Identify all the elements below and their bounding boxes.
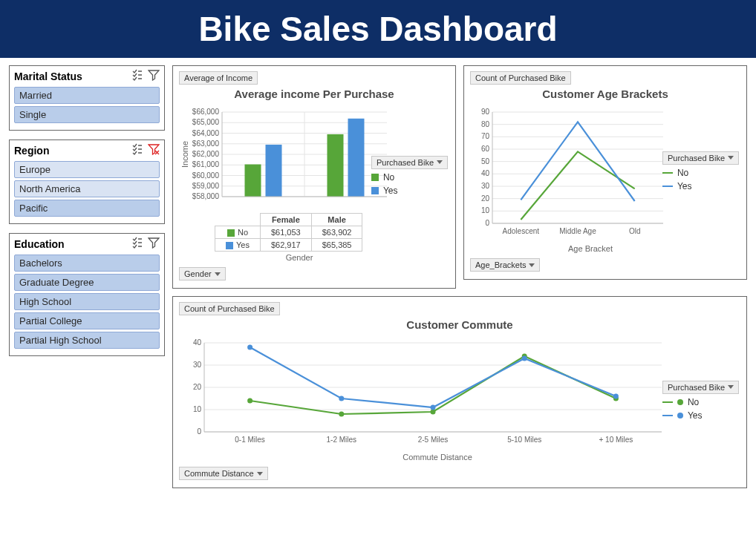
svg-text:$61,000: $61,000 — [192, 160, 220, 168]
chart-card-income: Average of Income Average income Per Pur… — [172, 65, 456, 289]
svg-text:$65,000: $65,000 — [192, 118, 220, 126]
svg-point-74 — [522, 356, 527, 361]
svg-rect-20 — [266, 145, 282, 197]
legend-line-no — [662, 172, 673, 174]
legend-commute: Purchased Bike No Yes — [662, 381, 739, 424]
slicer-title: Marital Status — [14, 70, 82, 82]
clear-filter-button[interactable] — [148, 237, 160, 252]
clear-filter-button[interactable] — [148, 69, 160, 84]
legend-age: Purchased Bike No Yes — [662, 151, 739, 194]
svg-text:60: 60 — [481, 145, 490, 153]
svg-rect-21 — [328, 134, 344, 197]
svg-text:5-10 Miles: 5-10 Miles — [507, 436, 541, 444]
clear-filter-icon — [148, 143, 160, 155]
svg-text:10: 10 — [193, 405, 202, 413]
legend-line-no — [662, 401, 673, 403]
svg-text:$66,000: $66,000 — [192, 108, 220, 116]
chevron-down-icon — [215, 272, 221, 276]
chart-title-commute: Customer Commute — [179, 318, 740, 331]
field-button-row-commute[interactable]: Commute Distance — [179, 467, 268, 480]
svg-text:0-1 Miles: 0-1 Miles — [235, 436, 265, 444]
svg-point-68 — [431, 410, 436, 415]
svg-text:2-5 Miles: 2-5 Miles — [418, 436, 449, 444]
svg-text:50: 50 — [481, 157, 490, 165]
dashboard-title-banner: Bike Sales Dashboard — [0, 0, 756, 58]
svg-text:$58,000: $58,000 — [192, 192, 220, 200]
svg-rect-22 — [348, 119, 365, 197]
svg-text:$63,000: $63,000 — [192, 140, 220, 148]
legend-swatch-no — [371, 174, 379, 181]
slicer-item[interactable]: Partial High School — [14, 332, 160, 349]
clear-filter-button[interactable] — [148, 143, 160, 158]
chart-card-age-brackets: Count of Purchased Bike Customer Age Bra… — [463, 65, 747, 280]
legend-dot-yes — [677, 413, 683, 419]
legend-line-yes — [662, 415, 673, 416]
axis-label-age: Age Bracket — [440, 244, 740, 253]
slicer-item[interactable]: North America — [14, 180, 160, 197]
multi-select-button[interactable] — [131, 143, 143, 158]
axis-label-commute: Commute Distance — [134, 453, 740, 462]
chevron-down-icon — [728, 385, 734, 389]
slicer-item[interactable]: High School — [14, 293, 160, 310]
svg-text:80: 80 — [481, 120, 490, 128]
clear-filter-icon — [148, 69, 160, 81]
field-button-row-age[interactable]: Age_Brackets — [470, 258, 540, 272]
chevron-down-icon — [529, 263, 535, 267]
slicer-item[interactable]: Bachelors — [14, 255, 160, 272]
svg-text:$64,000: $64,000 — [192, 129, 220, 137]
svg-text:$62,000: $62,000 — [192, 150, 220, 158]
slicer-item[interactable]: Married — [14, 87, 160, 104]
multi-select-icon — [131, 237, 143, 249]
chart-income-data-table: FemaleMaleNo$61,053$63,902Yes$62,917$65,… — [215, 213, 362, 252]
svg-text:40: 40 — [481, 169, 490, 177]
svg-text:10: 10 — [481, 206, 490, 214]
slicer-title: Education — [14, 238, 65, 250]
legend-line-yes — [662, 186, 673, 187]
svg-point-71 — [247, 345, 252, 350]
svg-text:90: 90 — [481, 108, 490, 116]
svg-text:30: 30 — [193, 361, 202, 369]
slicer-item[interactable]: Europe — [14, 161, 160, 178]
svg-text:70: 70 — [481, 132, 490, 140]
field-button-row-gender[interactable]: Gender — [179, 267, 226, 280]
legend-field-button-commute[interactable]: Purchased Bike — [662, 381, 739, 394]
svg-text:30: 30 — [481, 182, 490, 190]
legend-swatch-yes — [371, 187, 379, 194]
multi-select-icon — [131, 143, 143, 155]
svg-text:$60,000: $60,000 — [192, 171, 220, 180]
svg-text:Adolescent: Adolescent — [503, 227, 540, 235]
slicer-item[interactable]: Graduate Degree — [14, 274, 160, 291]
legend-dot-no — [677, 399, 683, 405]
svg-text:0: 0 — [485, 219, 489, 227]
chevron-down-icon — [437, 160, 443, 164]
clear-filter-icon — [148, 237, 160, 249]
slicer-region: RegionEuropeNorth AmericaPacific — [9, 140, 165, 224]
multi-select-button[interactable] — [131, 69, 143, 84]
chart-commute: 0102030400-1 Miles1-2 Miles2-5 Miles5-10… — [179, 337, 669, 448]
svg-text:20: 20 — [193, 383, 202, 391]
slicer-marital-status: Marital StatusMarriedSingle — [9, 65, 165, 131]
svg-text:0: 0 — [197, 427, 201, 436]
svg-text:+ 10 Miles: + 10 Miles — [599, 436, 633, 444]
chevron-down-icon — [728, 156, 734, 160]
slicer-item[interactable]: Pacific — [14, 200, 160, 217]
field-button-value-age[interactable]: Count of Purchased Bike — [470, 71, 571, 85]
multi-select-icon — [131, 69, 143, 81]
slicer-item[interactable]: Partial College — [14, 312, 160, 329]
field-button-value-income[interactable]: Average of Income — [179, 71, 258, 85]
slicer-item[interactable]: Single — [14, 106, 160, 123]
chart-title-age: Customer Age Brackets — [470, 88, 740, 100]
axis-label-gender: Gender — [149, 253, 449, 262]
multi-select-button[interactable] — [131, 237, 143, 252]
svg-rect-19 — [245, 164, 261, 197]
slicer-education: EducationBachelorsGraduate DegreeHigh Sc… — [9, 233, 165, 356]
dashboard-title: Bike Sales Dashboard — [198, 10, 557, 48]
svg-text:Old: Old — [629, 227, 641, 235]
legend-field-button-age[interactable]: Purchased Bike — [662, 151, 739, 165]
chart-card-commute: Count of Purchased Bike Customer Commute… — [172, 296, 747, 488]
svg-text:$59,000: $59,000 — [192, 182, 220, 190]
chart-age-brackets: 0102030405060708090AdolescentMiddle AgeO… — [470, 106, 671, 240]
field-button-value-commute[interactable]: Count of Purchased Bike — [179, 302, 280, 315]
chevron-down-icon — [257, 472, 263, 476]
legend-field-button-income[interactable]: Purchased Bike — [371, 156, 448, 169]
